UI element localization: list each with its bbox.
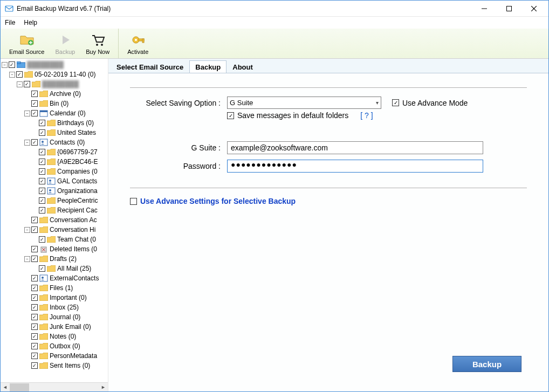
horizontal-scrollbar[interactable]: ◄ ► xyxy=(1,382,108,391)
tab-select-email-source[interactable]: Select Email Source xyxy=(111,60,189,73)
tree-toggle-icon[interactable]: − xyxy=(24,227,30,233)
tree-checkbox[interactable] xyxy=(31,100,38,107)
tree-item[interactable]: −Contacts (0) xyxy=(2,137,108,147)
advance-mode-checkbox[interactable]: Use Advance Mode xyxy=(392,99,468,107)
tree-item[interactable]: Sent Items (0) xyxy=(2,361,108,370)
folder-icon xyxy=(47,265,56,272)
tree-item[interactable]: Inbox (25) xyxy=(2,302,108,312)
tree-checkbox[interactable] xyxy=(31,294,38,301)
menu-file[interactable]: File xyxy=(5,19,15,26)
tree-item[interactable]: −████████ xyxy=(2,60,108,70)
tree-item[interactable]: −████████ xyxy=(2,79,108,89)
tree-item[interactable]: Files (1) xyxy=(2,283,108,293)
saving-option-select[interactable]: G Suite ▾ xyxy=(227,97,381,109)
tree-item[interactable]: −Conversation Hi xyxy=(2,225,108,235)
scroll-left-arrow[interactable]: ◄ xyxy=(1,383,10,391)
save-default-checkbox[interactable]: Save messages in default folders xyxy=(227,111,348,120)
tree-item[interactable]: Notes (0) xyxy=(2,332,108,341)
tree-checkbox[interactable] xyxy=(31,343,38,349)
tree-item[interactable]: Recipient Cac xyxy=(2,205,108,215)
tree-checkbox[interactable] xyxy=(39,168,45,175)
folder-icon xyxy=(39,304,48,311)
tree-checkbox[interactable] xyxy=(39,188,45,194)
tree-item[interactable]: ExternalContacts xyxy=(2,273,108,283)
scroll-right-arrow[interactable]: ► xyxy=(99,383,108,391)
tree-checkbox[interactable] xyxy=(31,304,38,311)
tree-item[interactable]: PersonMetadata xyxy=(2,351,108,361)
tree-item[interactable]: −05-02-2019 11-40 (0) xyxy=(2,70,108,79)
tab-backup[interactable]: Backup xyxy=(189,60,227,73)
tree-item[interactable]: Archive (0) xyxy=(2,89,108,99)
tree-item[interactable]: Bin (0) xyxy=(2,99,108,108)
tree-checkbox[interactable] xyxy=(31,256,38,262)
tree-checkbox[interactable] xyxy=(31,314,38,320)
tree-toggle-icon[interactable]: − xyxy=(24,111,30,116)
scroll-thumb[interactable] xyxy=(10,383,29,391)
tree-item[interactable]: Companies (0 xyxy=(2,167,108,176)
close-button[interactable] xyxy=(521,1,546,17)
tree-checkbox[interactable] xyxy=(39,207,45,214)
tree-item[interactable]: Junk Email (0) xyxy=(2,322,108,332)
tree-checkbox[interactable] xyxy=(31,324,38,330)
password-input[interactable]: ●●●●●●●●●●●●● xyxy=(227,160,483,173)
tree-checkbox[interactable] xyxy=(39,265,45,272)
tree-item[interactable]: Team Chat (0 xyxy=(2,235,108,244)
menu-help[interactable]: Help xyxy=(24,19,37,26)
tree-checkbox[interactable] xyxy=(39,149,45,155)
tree-label: Team Chat (0 xyxy=(57,236,96,243)
tree-checkbox[interactable] xyxy=(39,159,45,165)
tree-item[interactable]: Deleted Items (0 xyxy=(2,244,108,254)
tree-checkbox[interactable] xyxy=(31,362,38,369)
tree-item[interactable]: Organizationa xyxy=(2,186,108,196)
tree-item[interactable]: {06967759-27 xyxy=(2,147,108,157)
tree-checkbox[interactable] xyxy=(9,61,15,68)
buy-now-button[interactable]: Buy Now xyxy=(80,31,115,56)
tree-item[interactable]: Conversation Ac xyxy=(2,215,108,225)
tree-checkbox[interactable] xyxy=(31,275,38,281)
tree-checkbox[interactable] xyxy=(31,285,38,291)
tree-checkbox[interactable] xyxy=(39,129,45,136)
tree-checkbox[interactable] xyxy=(31,353,38,359)
backup-button[interactable]: Backup xyxy=(452,356,521,372)
tree-checkbox[interactable] xyxy=(39,120,45,126)
maximize-button[interactable] xyxy=(497,1,521,17)
tree-item[interactable]: {A9E2BC46-E xyxy=(2,157,108,167)
backup-toolbar-button[interactable]: Backup xyxy=(50,31,80,56)
tree-item[interactable]: United States xyxy=(2,128,108,137)
activate-button[interactable]: Activate xyxy=(122,31,154,56)
help-link[interactable]: [ ? ] xyxy=(360,111,373,120)
tree-item[interactable]: Birthdays (0) xyxy=(2,118,108,128)
minimize-button[interactable] xyxy=(472,1,497,17)
tree-toggle-icon[interactable]: − xyxy=(9,72,15,78)
tree-checkbox[interactable] xyxy=(31,246,38,252)
tree-toggle-icon[interactable]: − xyxy=(24,256,30,262)
gsuite-input[interactable] xyxy=(227,141,483,154)
tree-checkbox[interactable] xyxy=(31,110,38,116)
tree-checkbox[interactable] xyxy=(31,217,38,223)
tree-checkbox[interactable] xyxy=(31,226,38,233)
tree-checkbox[interactable] xyxy=(31,91,38,97)
tree-item[interactable]: PeopleCentric xyxy=(2,196,108,205)
tree-toggle-icon[interactable]: − xyxy=(17,81,23,87)
advance-settings-checkbox[interactable]: Use Advance Settings for Selective Backu… xyxy=(130,197,527,205)
tree-item[interactable]: Important (0) xyxy=(2,293,108,302)
tree-checkbox[interactable] xyxy=(39,178,45,184)
tree-checkbox[interactable] xyxy=(39,197,45,204)
tree-item[interactable]: −Calendar (0) xyxy=(2,108,108,118)
tree-toggle-icon[interactable]: − xyxy=(2,62,8,68)
tree-checkbox[interactable] xyxy=(39,236,45,243)
tree-checkbox[interactable] xyxy=(31,139,38,146)
tree-checkbox[interactable] xyxy=(24,81,30,87)
save-default-label: Save messages in default folders xyxy=(237,111,348,120)
tree-item[interactable]: All Mail (25) xyxy=(2,264,108,273)
password-label: Password : xyxy=(130,162,227,170)
tree-item[interactable]: Journal (0) xyxy=(2,312,108,322)
tab-about[interactable]: About xyxy=(227,60,259,73)
tree-item[interactable]: GAL Contacts xyxy=(2,176,108,186)
tree-toggle-icon[interactable]: − xyxy=(24,140,30,146)
tree-item[interactable]: −Drafts (2) xyxy=(2,254,108,264)
tree-item[interactable]: Outbox (0) xyxy=(2,341,108,351)
tree-checkbox[interactable] xyxy=(31,333,38,340)
tree-checkbox[interactable] xyxy=(16,71,23,78)
email-source-button[interactable]: Email Source xyxy=(4,31,50,56)
